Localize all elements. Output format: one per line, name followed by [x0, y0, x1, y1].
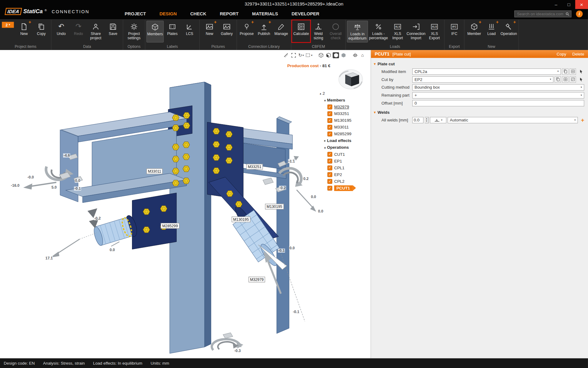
- rotate-view-icon[interactable]: ↻▾: [298, 52, 304, 58]
- navigation-cube[interactable]: [337, 67, 364, 90]
- tab-materials[interactable]: MATERIALS: [252, 11, 278, 17]
- tab-project[interactable]: PROJECT: [125, 11, 146, 17]
- 3d-model-scene[interactable]: [0, 50, 370, 358]
- save-button[interactable]: Save: [104, 21, 122, 42]
- labels-members-toggle[interactable]: Members: [146, 21, 164, 42]
- project-item-selector[interactable]: 2▾: [2, 22, 14, 28]
- redo-button[interactable]: ↷ Redo: [70, 21, 87, 42]
- loads-percentage-button[interactable]: Loads - percentage: [368, 21, 389, 42]
- tree-item-cpl1[interactable]: ✓ CPL1: [318, 164, 370, 171]
- tab-developer[interactable]: DEVELOPER: [292, 11, 319, 17]
- gallery-button[interactable]: Gallery: [218, 21, 235, 42]
- new-project-item-button[interactable]: + New: [15, 21, 32, 42]
- weld-symbol-select[interactable]: ▾: [430, 117, 447, 123]
- checkbox-checked[interactable]: ✓: [327, 179, 332, 184]
- tree-item-m32979[interactable]: ✓ M32979: [318, 103, 370, 110]
- xls-import-button[interactable]: XLS Import: [389, 21, 406, 42]
- selection-mode-icon[interactable]: ▾: [305, 52, 312, 58]
- search-icon[interactable]: [565, 12, 569, 16]
- publish-button[interactable]: + Publish: [255, 21, 273, 42]
- all-welds-stepper[interactable]: ▴ ▾: [425, 117, 429, 123]
- zoom-extents-icon[interactable]: [290, 52, 297, 58]
- checkbox-checked[interactable]: ✓: [327, 118, 332, 123]
- cutting-method-select[interactable]: Bounding box ▾: [412, 84, 584, 90]
- labels-lcs-toggle[interactable]: LCS: [181, 21, 198, 42]
- loads-in-equilibrium-toggle[interactable]: Loads in equilibrium: [347, 21, 368, 42]
- new-load-button[interactable]: + Load: [483, 21, 500, 42]
- tree-operations-header[interactable]: ▴ Operations: [318, 144, 370, 151]
- weld-sizing-button[interactable]: Weld sizing: [310, 21, 327, 42]
- tab-check[interactable]: CHECK: [190, 11, 206, 17]
- share-project-button[interactable]: Share project: [87, 21, 104, 42]
- ifc-export-button[interactable]: IFC: [446, 21, 463, 42]
- checkbox-checked[interactable]: ✓: [327, 172, 332, 177]
- all-welds-input[interactable]: 0.0: [412, 117, 424, 123]
- calculate-button[interactable]: Calculate: [292, 21, 310, 42]
- library-icon[interactable]: [562, 68, 568, 75]
- close-button[interactable]: ×: [575, 0, 588, 9]
- project-settings-button[interactable]: Project settings: [124, 21, 144, 42]
- model-viewport[interactable]: ↻▾ ▾ ⌂ Production cost - 81 €: [0, 50, 370, 358]
- checkbox-checked[interactable]: ✓: [327, 104, 332, 109]
- tree-item-cut1[interactable]: ✓ CUT1: [318, 151, 370, 158]
- tree-item-m33251[interactable]: ✓ M33251: [318, 110, 370, 117]
- tree-item-pcut1-active[interactable]: ✓ PCUT1: [318, 185, 370, 191]
- tree-item-m130195[interactable]: ✓ M130195: [318, 117, 370, 124]
- expand-icon[interactable]: ▴: [318, 92, 322, 95]
- select-in-scene-icon[interactable]: [578, 76, 584, 82]
- checkbox-checked[interactable]: ✓: [327, 125, 332, 129]
- new-operation-button[interactable]: + Operation: [500, 21, 517, 42]
- cube-hidden-lines-icon[interactable]: [325, 52, 332, 58]
- tree-item-m285299[interactable]: ✓ M285299: [318, 130, 370, 137]
- offset-input[interactable]: 0: [412, 100, 584, 106]
- home-view-icon[interactable]: ⌂: [359, 52, 366, 58]
- section-plate-cut[interactable]: ▾ Plate cut: [374, 62, 588, 66]
- remaining-part-select[interactable]: + ▾: [412, 92, 584, 98]
- cube-transparent-icon[interactable]: [340, 52, 347, 58]
- tab-design[interactable]: DESIGN: [160, 11, 177, 17]
- checkbox-checked[interactable]: ✓: [327, 186, 332, 190]
- modified-item-select[interactable]: CPL2a ▾: [412, 68, 561, 75]
- checkbox-checked[interactable]: ✓: [327, 159, 332, 163]
- copy-operation-button[interactable]: Copy: [557, 52, 566, 56]
- cube-solid-icon[interactable]: [333, 52, 339, 58]
- section-welds[interactable]: ▾ Welds: [374, 110, 588, 115]
- select-in-scene-icon[interactable]: [578, 68, 584, 75]
- search-input[interactable]: [516, 11, 564, 17]
- copy-project-item-button[interactable]: Copy: [33, 21, 50, 42]
- tree-item-ep1[interactable]: ✓ EP1: [318, 158, 370, 164]
- tree-item-m33011[interactable]: ✓ M33011: [318, 124, 370, 130]
- search-box[interactable]: [514, 10, 571, 17]
- checkbox-checked[interactable]: ✓: [327, 111, 332, 116]
- checkbox-checked[interactable]: ✓: [327, 165, 332, 170]
- measure-icon[interactable]: [283, 52, 289, 58]
- tab-report[interactable]: REPORT: [220, 11, 239, 17]
- tree-item-cpl2[interactable]: ✓ CPL2: [318, 178, 370, 185]
- grid-icon[interactable]: [562, 76, 568, 82]
- hatch-icon[interactable]: [570, 76, 576, 82]
- collapse-icon[interactable]: ▸: [323, 139, 327, 142]
- labels-plates-toggle[interactable]: Plates: [164, 21, 181, 42]
- maximize-button[interactable]: □: [563, 0, 575, 9]
- delete-operation-button[interactable]: Delete: [572, 52, 584, 56]
- weld-type-select[interactable]: Automatic ▾: [447, 117, 578, 123]
- active-operation-banner[interactable]: PCUT1: [334, 185, 353, 191]
- library-icon[interactable]: [555, 76, 561, 82]
- connection-import-button[interactable]: Connection Import: [406, 21, 426, 42]
- mirror-view-icon[interactable]: [352, 52, 358, 58]
- xls-export-button[interactable]: XLS Export: [426, 21, 443, 42]
- propose-button[interactable]: + Propose: [238, 21, 255, 42]
- checkbox-checked[interactable]: ✓: [327, 131, 332, 136]
- info-icon[interactable]: i: [576, 10, 583, 17]
- expand-icon[interactable]: ▴: [323, 98, 327, 102]
- undo-button[interactable]: ↶ Undo: [53, 21, 70, 42]
- new-member-button[interactable]: + Member: [466, 21, 483, 42]
- grid-icon[interactable]: [570, 68, 576, 75]
- minimize-button[interactable]: –: [550, 0, 563, 9]
- manage-button[interactable]: Manage: [273, 21, 290, 42]
- tree-item-ep2[interactable]: ✓ EP2: [318, 171, 370, 178]
- expand-icon[interactable]: ▴: [323, 146, 327, 149]
- overall-check-button[interactable]: Overall check: [327, 21, 344, 42]
- tree-load-effects-header[interactable]: ▸ Load effects: [318, 137, 370, 144]
- add-weld-button[interactable]: +: [581, 117, 584, 123]
